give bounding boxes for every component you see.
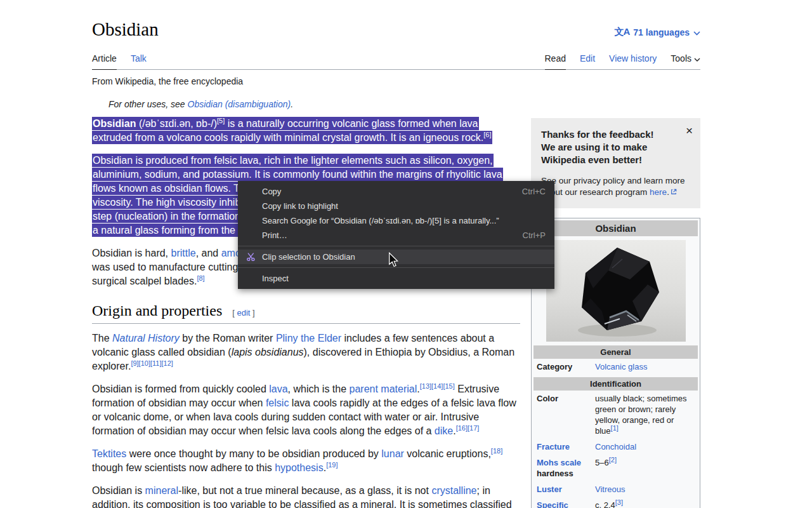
wiki-link[interactable]: felsic <box>266 398 289 408</box>
reference-link[interactable]: [12] <box>162 359 173 367</box>
text-segment: . <box>667 187 669 197</box>
context-menu-item-copy[interactable]: Copy Ctrl+C <box>238 184 554 199</box>
tools-menu-button[interactable]: Tools <box>671 50 700 69</box>
feedback-message: Thanks for the feedback! We are using it… <box>541 128 668 166</box>
reference-link[interactable]: [11] <box>150 359 162 367</box>
reference-link[interactable]: [13] <box>420 382 431 390</box>
scissors-icon <box>246 252 256 264</box>
tab-view-history[interactable]: View history <box>609 50 657 69</box>
article-tabs: Article Talk Read Edit View history Tool… <box>92 50 700 70</box>
wiki-link[interactable]: Specific gravity <box>537 500 568 508</box>
reference-link[interactable]: [9] <box>131 359 138 367</box>
text-segment: Category <box>537 362 572 371</box>
close-icon[interactable]: × <box>686 124 693 137</box>
context-menu-item-search-google[interactable]: Search Google for “Obsidian (/əbˈsɪdi.ən… <box>238 213 554 228</box>
reference-link[interactable]: [19] <box>326 461 337 469</box>
text-segment: were once thought by many to be obsidian… <box>126 448 381 459</box>
menu-item-label: Inspect <box>262 274 546 283</box>
reference-link[interactable]: [3] <box>615 498 623 506</box>
text-segment: 5–6 <box>595 458 609 467</box>
tab-article[interactable]: Article <box>92 50 117 70</box>
infobox-row-specific-gravity: Specific gravity c. 2.4[3] <box>534 497 698 508</box>
wiki-link[interactable]: edit <box>237 308 251 318</box>
reference-link[interactable]: [15] <box>443 382 454 390</box>
infobox-section-identification: Identification <box>534 377 698 391</box>
reference-link[interactable]: [1] <box>611 424 619 432</box>
text-segment: . <box>291 99 293 109</box>
reference-link[interactable]: [6] <box>483 131 491 138</box>
menu-item-label: Clip selection to Obsidian <box>262 252 546 262</box>
section-title: Origin and properties <box>92 302 222 319</box>
wiki-link[interactable]: Fracture <box>537 442 570 451</box>
wiki-link[interactable]: hypothesis <box>275 462 324 473</box>
wiki-link[interactable]: parent material <box>350 384 417 394</box>
feedback-detail-text: See our privacy policy and learn more ab… <box>541 176 685 197</box>
menu-item-label: Copy <box>262 187 507 196</box>
wiki-link[interactable]: Obsidian (disambiguation) <box>188 99 291 109</box>
infobox-obsidian: Obsidian <box>531 218 700 508</box>
wiki-link[interactable]: crystalline <box>431 485 476 496</box>
wiki-link[interactable]: lava <box>269 384 287 394</box>
reference-link[interactable]: [8] <box>197 274 204 282</box>
content-area: For other uses, see Obsidian (disambigua… <box>92 88 700 508</box>
languages-count-label: 71 languages <box>633 27 690 37</box>
wiki-link[interactable]: Mohs scale <box>537 458 581 467</box>
menu-item-label: Print… <box>262 231 508 240</box>
tab-edit[interactable]: Edit <box>580 50 595 69</box>
edit-section-link[interactable]: [ edit ] <box>232 308 254 318</box>
infobox-title: Obsidian <box>534 220 698 236</box>
text-segment: by the Roman writer <box>180 333 276 344</box>
wiki-link[interactable]: brittle <box>171 248 196 258</box>
wiki-link[interactable]: Natural History <box>112 333 180 344</box>
languages-button[interactable]: 文A 71 languages <box>614 26 700 41</box>
menu-item-shortcut: Ctrl+C <box>522 187 546 196</box>
wiki-link[interactable]: Tektites <box>92 448 126 459</box>
text-segment: (/əbˈsɪdi.ən, ɒb-/) <box>136 118 217 129</box>
reference-link[interactable]: [17] <box>468 424 479 432</box>
reference-link[interactable]: [16] <box>456 424 468 432</box>
tab-read[interactable]: Read <box>545 50 566 70</box>
wiki-link[interactable]: lunar <box>381 448 404 459</box>
text-segment: hardness <box>537 469 573 478</box>
context-menu-item-print[interactable]: Print… Ctrl+P <box>238 228 554 243</box>
infobox-section-general: General <box>534 345 698 359</box>
tab-talk[interactable]: Talk <box>131 50 147 69</box>
reference-link[interactable]: [5] <box>217 117 225 124</box>
text-segment: Obsidian <box>93 118 136 129</box>
text-segment: [ <box>232 308 237 318</box>
paragraph-origin-4: Obsidian is mineral-like, but not a true… <box>92 484 520 508</box>
reference-link[interactable]: [14] <box>431 382 443 390</box>
feedback-detail: See our privacy policy and learn more ab… <box>541 175 690 198</box>
hatnote: For other uses, see Obsidian (disambigua… <box>108 98 520 110</box>
context-menu-item-inspect[interactable]: Inspect <box>238 271 554 286</box>
text-segment: though few scientists now adhere to this <box>92 462 275 473</box>
wiki-link[interactable]: dike <box>435 425 453 436</box>
chevron-down-icon <box>693 27 700 37</box>
context-menu-item-clip-to-obsidian[interactable]: Clip selection to Obsidian <box>238 250 554 264</box>
reference-link[interactable]: [18] <box>491 447 502 455</box>
wiki-link[interactable]: here <box>650 187 667 197</box>
text-segment: c. 2.4 <box>595 500 615 508</box>
section-heading-origin: Origin and properties [ edit ] <box>92 304 520 324</box>
infobox-row-color: Color usually black; sometimes green or … <box>534 391 698 439</box>
text-segment: The <box>92 333 112 344</box>
text-segment: Color <box>537 394 558 403</box>
reference-link[interactable]: [10] <box>139 359 150 367</box>
paragraph-origin-3: Tektites were once thought by many to be… <box>92 447 520 475</box>
obsidian-rock-image[interactable] <box>546 240 686 342</box>
paragraph-origin-2: Obsidian is formed from quickly cooled l… <box>92 382 520 438</box>
wiki-link[interactable]: Volcanic glass <box>595 362 647 371</box>
wiki-link[interactable]: mineral <box>145 485 178 496</box>
menu-item-label: Search Google for “Obsidian (/əbˈsɪdi.ən… <box>262 216 546 225</box>
text-segment: Obsidian is hard, <box>92 248 171 258</box>
wiki-link[interactable]: Vitreous <box>595 485 625 494</box>
text-segment: For other uses, see <box>108 99 188 109</box>
text-segment: lapis obsidianus <box>232 347 304 358</box>
wiki-link[interactable]: Pliny the Elder <box>276 333 341 344</box>
context-menu-item-copy-link-to-highlight[interactable]: Copy link to highlight <box>238 199 554 213</box>
wiki-link[interactable]: Conchoidal <box>595 442 636 451</box>
wiki-link[interactable]: Luster <box>537 485 562 494</box>
infobox-row-luster: Luster Vitreous <box>534 481 698 497</box>
text-segment: ] <box>250 308 254 318</box>
reference-link[interactable]: [2] <box>609 456 617 464</box>
